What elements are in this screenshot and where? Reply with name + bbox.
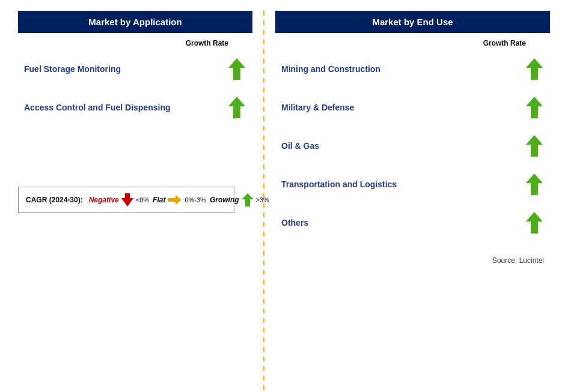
- right-item-2-label: Military & Defense: [281, 102, 519, 113]
- legend-growing-sub: >3%: [256, 196, 269, 204]
- right-item-1-label: Mining and Construction: [281, 64, 519, 75]
- legend-negative: Negative <0%: [89, 192, 149, 208]
- left-panel: Market by Application Growth Rate Fuel S…: [18, 11, 252, 213]
- arrow-up-icon-r5: [525, 211, 544, 235]
- legend-cagr-label: CAGR (2024-30):: [26, 196, 83, 204]
- left-panel-header: Market by Application: [18, 11, 252, 33]
- right-item-3: Oil & Gas: [275, 127, 550, 165]
- svg-marker-4: [242, 193, 254, 207]
- legend-growing: Growing >3%: [210, 192, 269, 208]
- left-item-1-label: Fuel Storage Monitoring: [24, 64, 221, 75]
- svg-marker-1: [228, 97, 245, 118]
- right-item-4: Transportation and Logistics: [275, 165, 550, 204]
- svg-marker-9: [526, 212, 543, 234]
- legend-negative-text: Negative: [89, 196, 119, 204]
- arrow-up-icon-r3: [525, 134, 544, 158]
- legend-growing-text: Growing: [210, 196, 239, 204]
- left-item-2-label: Access Control and Fuel Dispensing: [24, 102, 221, 113]
- svg-marker-6: [526, 97, 543, 118]
- svg-marker-0: [228, 58, 245, 80]
- legend-flat-sub: 0%-3%: [185, 196, 206, 204]
- svg-marker-3: [168, 195, 182, 205]
- source-label: Source: Lucintel: [275, 256, 550, 265]
- right-panel-header: Market by End Use: [275, 11, 550, 33]
- legend-box: CAGR (2024-30): Negative <0% Flat 0%-3%: [18, 187, 234, 213]
- legend-flat: Flat 0%-3%: [153, 194, 206, 205]
- arrow-up-icon-r4: [525, 172, 544, 196]
- arrow-up-icon-r2: [525, 95, 544, 119]
- legend-negative-sub: <0%: [136, 196, 149, 204]
- arrow-up-icon-2: [227, 95, 246, 119]
- right-item-5-label: Others: [281, 217, 519, 229]
- svg-marker-5: [526, 58, 543, 80]
- svg-marker-7: [526, 135, 543, 157]
- right-panel: Market by End Use Growth Rate Mining and…: [275, 11, 550, 265]
- svg-marker-2: [121, 193, 133, 207]
- left-item-2: Access Control and Fuel Dispensing: [18, 88, 252, 127]
- svg-marker-8: [526, 173, 543, 195]
- right-item-4-label: Transportation and Logistics: [281, 179, 519, 190]
- arrow-up-green-legend-icon: [241, 192, 254, 208]
- left-item-1: Fuel Storage Monitoring: [18, 50, 252, 88]
- right-growth-rate-label: Growth Rate: [275, 39, 550, 47]
- arrow-up-icon-1: [227, 57, 246, 81]
- arrow-down-red-icon: [121, 192, 134, 208]
- left-growth-rate-label: Growth Rate: [18, 39, 252, 47]
- right-item-2: Military & Defense: [275, 88, 550, 127]
- right-item-1: Mining and Construction: [275, 50, 550, 88]
- legend-flat-text: Flat: [153, 196, 165, 204]
- right-item-5: Others: [275, 204, 550, 242]
- arrow-up-icon-r1: [525, 57, 544, 81]
- arrow-right-orange-icon: [167, 194, 183, 205]
- vertical-divider: [263, 11, 264, 392]
- right-item-3-label: Oil & Gas: [281, 140, 519, 152]
